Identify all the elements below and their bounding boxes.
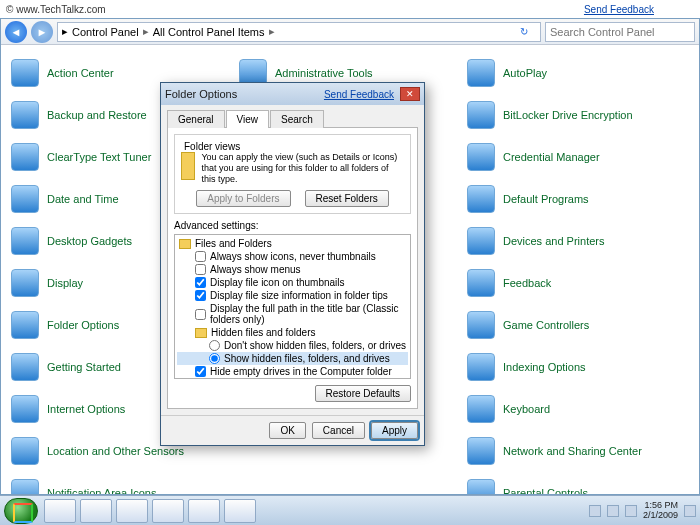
taskbar-app2-icon[interactable] <box>188 499 220 523</box>
cp-item-label[interactable]: Display <box>47 277 83 290</box>
adv-setting-item[interactable]: Files and Folders <box>177 237 408 250</box>
cp-item-label[interactable]: Devices and Printers <box>503 235 605 248</box>
folder-views-icon <box>181 152 195 180</box>
start-button[interactable] <box>4 498 38 524</box>
cp-item-label[interactable]: BitLocker Drive Encryption <box>503 109 633 122</box>
cp-item[interactable]: Devices and Printers <box>467 223 689 259</box>
cp-item-label[interactable]: Feedback <box>503 277 551 290</box>
adv-setting-item[interactable]: Don't show hidden files, folders, or dri… <box>177 339 408 352</box>
taskbar-ie-icon[interactable] <box>44 499 76 523</box>
adv-setting-item[interactable]: Always show icons, never thumbnails <box>177 250 408 263</box>
cancel-button[interactable]: Cancel <box>312 422 365 439</box>
tray-clock[interactable]: 1:56 PM 2/1/2009 <box>643 501 678 521</box>
taskbar-media-icon[interactable] <box>116 499 148 523</box>
site-label: © www.TechTalkz.com <box>6 4 584 15</box>
cp-item[interactable]: BitLocker Drive Encryption <box>467 97 689 133</box>
taskbar-app1-icon[interactable] <box>152 499 184 523</box>
cp-item-label[interactable]: Indexing Options <box>503 361 586 374</box>
refresh-icon[interactable]: ↻ <box>520 26 536 37</box>
cp-item[interactable]: AutoPlay <box>467 55 689 91</box>
cp-item-label[interactable]: Keyboard <box>503 403 550 416</box>
send-feedback-link[interactable]: Send Feedback <box>584 4 654 15</box>
adv-checkbox[interactable] <box>195 309 206 320</box>
tab-search[interactable]: Search <box>270 110 324 128</box>
cp-item[interactable]: Credential Manager <box>467 139 689 175</box>
folder-icon <box>195 328 207 338</box>
cp-item[interactable]: Network and Sharing Center <box>467 433 689 469</box>
cp-item-label[interactable]: Getting Started <box>47 361 121 374</box>
apply-button[interactable]: Apply <box>371 422 418 439</box>
cp-item-label[interactable]: Desktop Gadgets <box>47 235 132 248</box>
taskbar-explorer-icon[interactable] <box>80 499 112 523</box>
tab-general[interactable]: General <box>167 110 225 128</box>
adv-radio[interactable] <box>209 353 220 364</box>
adv-checkbox[interactable] <box>195 290 206 301</box>
reset-folders-button[interactable]: Reset Folders <box>305 190 389 207</box>
cp-item[interactable]: Indexing Options <box>467 349 689 385</box>
cp-item[interactable]: Game Controllers <box>467 307 689 343</box>
cp-item-label[interactable]: Credential Manager <box>503 151 600 164</box>
cp-item-label[interactable]: Location and Other Sensors <box>47 445 184 458</box>
adv-setting-item[interactable]: Display file icon on thumbnails <box>177 276 408 289</box>
dialog-title: Folder Options <box>165 88 324 100</box>
cp-item-label[interactable]: Parental Controls <box>503 487 588 494</box>
cp-item-label[interactable]: Internet Options <box>47 403 125 416</box>
adv-setting-item[interactable]: Hide empty drives in the Computer folder <box>177 365 408 378</box>
cp-item-label[interactable]: Notification Area Icons <box>47 487 156 494</box>
cp-item-label[interactable]: ClearType Text Tuner <box>47 151 151 164</box>
adv-checkbox[interactable] <box>195 264 206 275</box>
breadcrumb[interactable]: ▸ Control Panel ▸ All Control Panel Item… <box>57 22 541 42</box>
cp-item-label[interactable]: Backup and Restore <box>47 109 147 122</box>
adv-checkbox[interactable] <box>195 277 206 288</box>
group-title: Folder views <box>181 141 243 152</box>
adv-setting-item[interactable]: Display the full path in the title bar (… <box>177 302 408 326</box>
advanced-settings-list[interactable]: Files and FoldersAlways show icons, neve… <box>174 234 411 379</box>
cp-item-label[interactable]: Folder Options <box>47 319 119 332</box>
adv-radio[interactable] <box>209 340 220 351</box>
tray-flag-icon[interactable] <box>589 505 601 517</box>
cp-item[interactable]: Parental Controls <box>467 475 689 494</box>
cp-item-label[interactable]: Action Center <box>47 67 114 80</box>
folder-options-dialog: Folder Options Send Feedback ✕ General V… <box>160 82 425 446</box>
show-desktop-button[interactable] <box>684 505 696 517</box>
crumb-control-panel[interactable]: Control Panel <box>72 26 139 38</box>
cp-item-label[interactable]: AutoPlay <box>503 67 547 80</box>
folder-views-group: Folder views You can apply the view (suc… <box>174 134 411 214</box>
adv-setting-label: Always show icons, never thumbnails <box>210 251 376 262</box>
dialog-send-feedback[interactable]: Send Feedback <box>324 89 394 100</box>
cp-item[interactable]: Keyboard <box>467 391 689 427</box>
adv-checkbox[interactable] <box>195 251 206 262</box>
ok-button[interactable]: OK <box>269 422 305 439</box>
restore-defaults-button[interactable]: Restore Defaults <box>315 385 411 402</box>
cp-item-label[interactable]: Date and Time <box>47 193 119 206</box>
cp-item[interactable]: Default Programs <box>467 181 689 217</box>
tray-sound-icon[interactable] <box>625 505 637 517</box>
crumb-all-items[interactable]: All Control Panel Items <box>153 26 265 38</box>
adv-checkbox[interactable] <box>195 366 206 377</box>
adv-setting-item[interactable]: Hidden files and folders <box>177 326 408 339</box>
cp-item-icon <box>467 59 495 87</box>
adv-setting-label: Display file size information in folder … <box>210 290 388 301</box>
close-icon[interactable]: ✕ <box>400 87 420 101</box>
adv-setting-item[interactable]: Always show menus <box>177 263 408 276</box>
tab-view[interactable]: View <box>226 110 270 128</box>
taskbar-folder-icon[interactable] <box>224 499 256 523</box>
back-button[interactable]: ◄ <box>5 21 27 43</box>
cp-item[interactable]: Feedback <box>467 265 689 301</box>
cp-item-icon <box>11 59 39 87</box>
cp-item-label[interactable]: Default Programs <box>503 193 589 206</box>
cp-item-label[interactable]: Network and Sharing Center <box>503 445 642 458</box>
cp-item-label[interactable]: Game Controllers <box>503 319 589 332</box>
cp-item-label[interactable]: Administrative Tools <box>275 67 373 80</box>
folder-icon <box>179 239 191 249</box>
cp-item[interactable]: Notification Area Icons <box>11 475 233 494</box>
dialog-titlebar[interactable]: Folder Options Send Feedback ✕ <box>161 83 424 105</box>
adv-setting-item[interactable]: Show hidden files, folders, and drives <box>177 352 408 365</box>
forward-button[interactable]: ► <box>31 21 53 43</box>
adv-setting-item[interactable]: Display file size information in folder … <box>177 289 408 302</box>
adv-setting-item[interactable]: Hide extensions for known file types <box>177 378 408 379</box>
apply-to-folders-button[interactable]: Apply to Folders <box>196 190 290 207</box>
cp-item-icon <box>11 185 39 213</box>
tray-network-icon[interactable] <box>607 505 619 517</box>
search-input[interactable]: Search Control Panel <box>545 22 695 42</box>
